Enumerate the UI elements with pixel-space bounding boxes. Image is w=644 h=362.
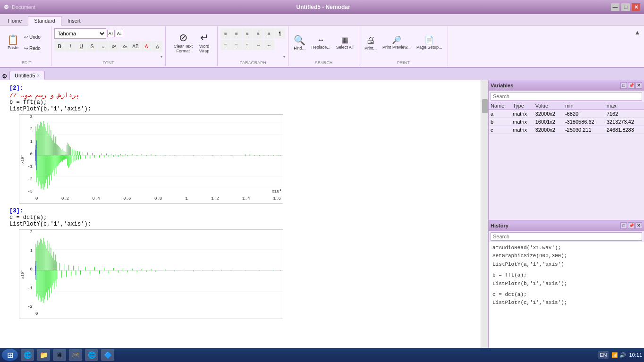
print-preview-button[interactable]: 🔎 Print Preview... xyxy=(380,30,413,56)
bold-button[interactable]: B xyxy=(54,41,65,51)
history-restore-button[interactable]: □ xyxy=(620,222,627,229)
variables-close-button[interactable]: ✕ xyxy=(636,82,642,89)
doc-tab-label: Untitled5 xyxy=(15,73,35,78)
font-expand-icon[interactable]: ▾ xyxy=(159,54,164,59)
taskbar-app4-button[interactable]: 🎮 xyxy=(69,349,82,361)
history-close-button[interactable]: ✕ xyxy=(636,222,642,229)
edit-group-label: EDIT xyxy=(2,60,51,65)
chart-1: 3 2 1 0 -1 -2 -3 x10⁵ xyxy=(19,114,283,204)
variables-restore-button[interactable]: □ xyxy=(620,82,627,89)
font-family-select[interactable]: Tahoma xyxy=(54,28,106,39)
taskbar: ⊞ 🌐 📁 🖥 🎮 🌐 🔷 EN 📶 🔊 10:11 xyxy=(0,348,644,362)
font-size-down-button[interactable]: A↓ xyxy=(116,30,123,37)
ribbon-tab-bar: Home Standard Insert xyxy=(0,14,644,25)
print-buttons: 🖨 Print... 🔎 Print Preview... 📄 Page Set… xyxy=(362,27,445,65)
print-button[interactable]: 🖨 Print... xyxy=(362,30,379,56)
tab-standard[interactable]: Standard xyxy=(28,16,61,25)
table-row[interactable]: c matrix 32000x2 -25030.211 24681.8283 xyxy=(489,126,644,134)
replace-button[interactable]: ↔️ Replace... xyxy=(309,30,333,56)
tab-insert[interactable]: Insert xyxy=(61,16,87,25)
table-row[interactable]: b matrix 16001x2 -3180586.62 3213273.42 xyxy=(489,118,644,126)
close-button[interactable]: ✕ xyxy=(632,3,640,11)
ribbon-collapse-button[interactable]: ▲ xyxy=(633,27,642,37)
doc-tabbar: ⚙ Untitled5 × xyxy=(0,68,644,80)
rtl-button[interactable]: ≡ xyxy=(242,40,253,50)
italic-button[interactable]: I xyxy=(65,41,76,51)
list-item: ListPlotY(b,'1','axis'); xyxy=(492,280,640,288)
history-title: History xyxy=(491,223,508,228)
underline-button[interactable]: U xyxy=(76,41,86,51)
select-all-button[interactable]: ▦ Select All xyxy=(334,30,356,56)
doc-tab-untitled5[interactable]: Untitled5 × xyxy=(9,71,45,80)
undo-icon: ↩ xyxy=(24,34,28,40)
taskbar-explorer-button[interactable]: 📁 xyxy=(37,349,50,361)
word-wrap-button[interactable]: ↵ Word Wrap xyxy=(197,31,212,55)
list-button[interactable]: ≡ xyxy=(264,28,274,39)
ab-button[interactable]: AB xyxy=(130,41,141,51)
var-row-2-type: matrix xyxy=(511,126,534,134)
minimize-button[interactable]: — xyxy=(611,3,619,11)
tab-home[interactable]: Home xyxy=(2,16,28,25)
align-center-button[interactable]: ≡ xyxy=(231,28,242,39)
subscript-button[interactable]: x₂ xyxy=(119,41,130,51)
font-group-label: FONT xyxy=(51,60,165,65)
align-right-button[interactable]: ≡ xyxy=(242,28,253,39)
variables-search-input[interactable] xyxy=(491,92,642,101)
doc-editor: [2]: // پردازش و رسم صوت b = fft(a); Lis… xyxy=(0,80,488,348)
superscript-button[interactable]: x² xyxy=(109,41,119,51)
var-row-2-min: -25030.211 xyxy=(563,126,605,134)
cell-3-line1: c = dct(a); xyxy=(9,214,47,221)
redo-button[interactable]: ↪ Redo xyxy=(22,43,48,53)
find-icon: 🔍 xyxy=(294,35,305,45)
cell-2-line1: b = fft(a); xyxy=(9,99,47,106)
print-group-label: PRINT xyxy=(359,60,448,65)
align-left-button[interactable]: ≡ xyxy=(220,28,231,39)
start-button[interactable]: ⊞ xyxy=(2,349,18,361)
chart-2: 2 1 0 -1 -2 x10⁵ xyxy=(19,229,283,319)
editor-scrollbar[interactable] xyxy=(481,80,488,348)
circle-button[interactable]: ○ xyxy=(98,41,108,51)
maximize-button[interactable]: □ xyxy=(621,3,630,11)
taskbar-app5-button[interactable]: 🌐 xyxy=(85,349,98,361)
history-content: a=AudioRead('x1.wav'); SetGraphicSize(90… xyxy=(489,242,644,348)
format-buttons: ⊘ Clear Text Format ↵ Word Wrap xyxy=(171,27,212,65)
table-row[interactable]: a matrix 32000x2 -6820 7162 xyxy=(489,110,644,118)
paste-button[interactable]: 📋 Paste xyxy=(5,27,21,58)
search-group-label: SEARCH xyxy=(288,60,359,65)
history-search-input[interactable] xyxy=(491,232,642,241)
var-row-1-max: 3213273.42 xyxy=(605,118,644,126)
doc-tab-icon: ⚙ xyxy=(2,73,8,80)
variables-pin-button[interactable]: 📌 xyxy=(628,82,635,89)
variables-titlebar: Variables □ 📌 ✕ xyxy=(489,80,644,91)
doc-content[interactable]: [2]: // پردازش و رسم صوت b = fft(a); Lis… xyxy=(0,80,488,348)
list-item: c = dct(a); xyxy=(492,291,640,299)
taskbar-ie-button[interactable]: 🌐 xyxy=(21,349,34,361)
history-pin-button[interactable]: 📌 xyxy=(628,222,635,229)
paragraph-mark-button[interactable]: ¶ xyxy=(275,28,285,39)
align-justify-button[interactable]: ≡ xyxy=(253,28,263,39)
highlight-button[interactable]: A̲ xyxy=(152,41,162,51)
arrow-right-button[interactable]: → xyxy=(253,40,263,50)
list-item: b = fft(a); xyxy=(492,271,640,279)
scrollbar-thumb[interactable] xyxy=(482,99,488,113)
taskbar-app6-button[interactable]: 🔷 xyxy=(101,349,114,361)
var-row-0-min: -6820 xyxy=(563,110,605,118)
indent-inc-button[interactable]: ≡ xyxy=(231,40,242,50)
paragraph-expand-icon[interactable]: ▾ xyxy=(281,54,287,59)
chart-1-plot xyxy=(34,117,283,194)
app-icon: ⚙ xyxy=(4,4,9,10)
taskbar-media-button[interactable]: 🖥 xyxy=(53,349,66,361)
page-setup-button[interactable]: 📄 Page Setup... xyxy=(414,30,445,56)
undo-button[interactable]: ↩ Undo xyxy=(22,32,48,42)
find-button[interactable]: 🔍 Find... xyxy=(291,30,308,56)
font-size-up-button[interactable]: A↑ xyxy=(107,30,115,37)
network-icon: 📶 xyxy=(611,352,618,358)
strikethrough-button[interactable]: S xyxy=(87,41,97,51)
clear-text-format-button[interactable]: ⊘ Clear Text Format xyxy=(171,31,195,55)
indent-dec-button[interactable]: ≡ xyxy=(220,40,231,50)
arrow-left-button[interactable]: ← xyxy=(264,40,274,50)
doc-tab-close-button[interactable]: × xyxy=(37,73,39,78)
font-color-button[interactable]: A xyxy=(141,41,152,51)
var-row-1-min: -3180586.62 xyxy=(563,118,605,126)
var-col-value: Value xyxy=(534,102,563,110)
